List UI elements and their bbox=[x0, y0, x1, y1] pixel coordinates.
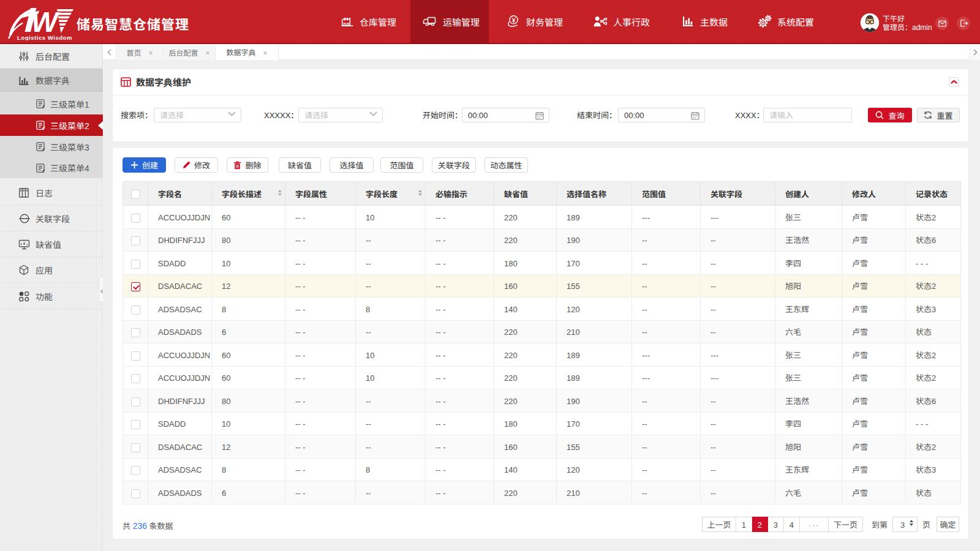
svg-text:Logistics Wisdom: Logistics Wisdom bbox=[17, 34, 72, 41]
svg-text:W: W bbox=[31, 6, 60, 38]
